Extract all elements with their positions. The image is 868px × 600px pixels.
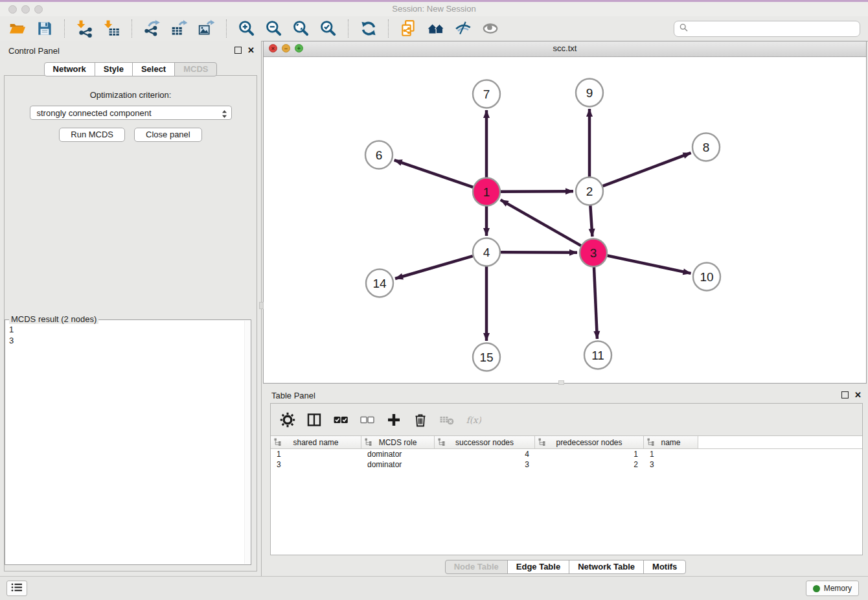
edge-3-10[interactable] [608, 256, 691, 273]
svg-text:4: 4 [483, 246, 490, 259]
import-network-icon[interactable] [75, 19, 95, 38]
edge-3-11[interactable] [594, 267, 597, 339]
select-all-icon[interactable] [333, 412, 348, 428]
export-image-icon[interactable] [197, 19, 216, 38]
tab-network[interactable]: Network [44, 62, 95, 76]
column-header-name[interactable]: name [644, 436, 698, 448]
open-session-icon[interactable] [8, 19, 27, 38]
result-scrollbar[interactable] [244, 321, 250, 564]
edge-4-14[interactable] [395, 256, 473, 279]
export-network-icon[interactable] [143, 19, 162, 38]
memory-button[interactable]: Memory [806, 581, 859, 596]
node-3[interactable]: 3 [580, 239, 607, 267]
edge-1-2[interactable] [501, 191, 573, 192]
table-panel: Table Panel ✕ f(x) shared nameMCDS roles… [263, 386, 868, 577]
node-6[interactable]: 6 [365, 141, 393, 169]
column-header-MCDS-role[interactable]: MCDS role [361, 436, 435, 448]
column-header-shared-name[interactable]: shared name [271, 436, 361, 448]
float-panel-icon[interactable] [234, 47, 242, 54]
style-eye-icon[interactable] [453, 19, 473, 38]
toolbar-separator [64, 19, 65, 38]
node-7[interactable]: 7 [473, 80, 500, 108]
tab-edge-table[interactable]: Edge Table [507, 560, 569, 574]
criterion-select-value: strongly connected component [37, 108, 152, 118]
table-panel-tabs: Node TableEdge TableNetwork TableMotifs [263, 560, 868, 574]
network-window-maximize-button[interactable]: + [295, 44, 303, 52]
zoom-fit-icon[interactable] [291, 19, 311, 38]
refresh-icon[interactable] [359, 19, 378, 38]
eye-icon[interactable] [481, 19, 500, 38]
network-window-minimize-button[interactable]: − [282, 44, 290, 52]
svg-text:7: 7 [483, 87, 490, 101]
edge-1-6[interactable] [394, 160, 474, 187]
application-window: Session: New Session Control Panel ✕ Net… [0, 0, 868, 600]
edge-2-8[interactable] [603, 153, 691, 186]
control-panel-buttons: ✕ [234, 47, 255, 54]
node-1[interactable]: 1 [473, 178, 500, 206]
window-close-button[interactable] [8, 5, 17, 14]
mcds-result-line: 1 [9, 324, 247, 335]
edge-4-3[interactable] [501, 252, 577, 253]
node-9[interactable]: 9 [576, 79, 603, 107]
settings-gear-icon[interactable] [280, 412, 295, 428]
add-column-icon[interactable] [386, 412, 402, 428]
deselect-all-icon[interactable] [360, 412, 375, 428]
table-header-row: shared nameMCDS rolesuccessor nodesprede… [271, 436, 862, 449]
column-header-successor-nodes[interactable]: successor nodes [435, 436, 535, 448]
mcds-buttons-row: Run MCDS Close panel [5, 128, 257, 142]
close-panel-icon[interactable]: ✕ [247, 47, 255, 54]
tab-select[interactable]: Select [132, 62, 175, 76]
tab-node-table[interactable]: Node Table [445, 560, 508, 574]
toolbar-icon-group [4, 19, 504, 38]
trash-icon[interactable] [413, 412, 428, 428]
mcds-result-title: MCDS result (2 nodes) [9, 314, 98, 324]
export-table-icon[interactable] [170, 19, 189, 38]
zoom-out-icon[interactable] [264, 19, 284, 38]
close-panel-icon[interactable]: ✕ [854, 391, 862, 398]
node-4[interactable]: 4 [473, 238, 500, 266]
node-8[interactable]: 8 [692, 133, 720, 161]
horizontal-split-handle[interactable] [558, 380, 564, 385]
split-pane-divider[interactable] [259, 302, 264, 309]
tab-mcds[interactable]: MCDS [174, 62, 217, 76]
svg-text:14: 14 [372, 277, 387, 290]
split-columns-icon[interactable] [306, 412, 322, 428]
tab-network-table[interactable]: Network Table [569, 560, 644, 574]
task-history-button[interactable] [6, 581, 27, 596]
node-14[interactable]: 14 [366, 270, 393, 297]
import-table-icon[interactable] [102, 19, 122, 38]
table-row[interactable]: 1dominator411 [271, 449, 862, 459]
table-cell: dominator [361, 450, 435, 459]
node-15[interactable]: 15 [473, 343, 500, 371]
column-header-label: shared name [293, 438, 338, 447]
save-session-icon[interactable] [35, 19, 54, 38]
toolbar-separator [226, 19, 227, 38]
mcds-result-line: 3 [9, 335, 247, 346]
tab-motifs[interactable]: Motifs [643, 560, 686, 574]
search-input[interactable] [691, 21, 860, 36]
criterion-select[interactable]: strongly connected component [30, 106, 232, 120]
node-10[interactable]: 10 [693, 263, 720, 291]
table-row[interactable]: 3dominator323 [271, 459, 862, 470]
node-2[interactable]: 2 [576, 178, 603, 205]
zoom-in-icon[interactable] [237, 19, 257, 38]
network-canvas[interactable]: 1234678910111415 [264, 56, 866, 383]
network-window-close-button[interactable]: × [269, 44, 277, 52]
network-window-titlebar[interactable]: ×−+ scc.txt [264, 41, 866, 57]
search-box[interactable] [674, 21, 860, 37]
close-panel-button[interactable]: Close panel [134, 128, 202, 142]
houses-icon[interactable] [426, 19, 446, 38]
zoom-selected-icon[interactable] [319, 19, 338, 38]
tab-style[interactable]: Style [95, 62, 133, 76]
float-panel-icon[interactable] [841, 391, 849, 398]
header-filler [698, 436, 862, 448]
node-11[interactable]: 11 [584, 341, 611, 369]
edge-3-1[interactable] [501, 200, 581, 246]
run-mcds-button[interactable]: Run MCDS [59, 128, 125, 142]
window-zoom-button[interactable] [34, 5, 43, 14]
edge-2-3[interactable] [590, 205, 592, 237]
column-header-predecessor-nodes[interactable]: predecessor nodes [535, 436, 644, 448]
column-flow-icon [274, 438, 281, 448]
window-minimize-button[interactable] [21, 5, 30, 14]
clone-network-icon[interactable] [399, 19, 418, 38]
